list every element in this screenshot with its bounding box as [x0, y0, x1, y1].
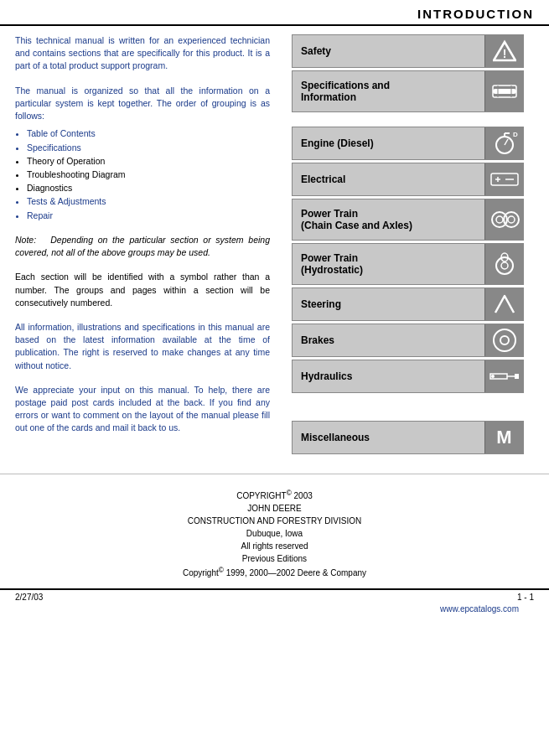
list-item: Troubleshooting Diagram: [27, 168, 270, 181]
svg-point-22: [494, 329, 515, 351]
section-hydraulics[interactable]: Hydraulics: [292, 360, 524, 393]
header: INTRODUCTION: [0, 0, 549, 26]
hydraulics-icon: [489, 368, 520, 385]
section-safety-icon: !: [484, 35, 523, 67]
section-specs-label: Specifications andInformation: [293, 71, 484, 111]
footer-date: 2/27/03: [15, 593, 43, 602]
para2-text: The manual is organized so that all the …: [15, 85, 270, 123]
svg-rect-2: [493, 89, 516, 94]
svg-point-19: [496, 257, 513, 274]
intro-para5: We appreciate your input on this manual.…: [15, 384, 270, 435]
main-content: This technical manual is written for an …: [0, 26, 549, 465]
section-powertrain-hydro[interactable]: Power Train(Hydrostatic): [292, 243, 524, 285]
section-powertrain-chain[interactable]: Power Train(Chain Case and Axles): [292, 199, 524, 241]
section-misc-label: Miscellaneous: [293, 422, 484, 453]
list-item: Repair: [27, 210, 270, 222]
note-block: Note: Depending on the particular sectio…: [15, 234, 270, 259]
note-text: Note: Depending on the particular sectio…: [15, 235, 270, 257]
copyright-line7: Copyright© 1999, 2000—2002 Deere & Compa…: [0, 565, 549, 579]
svg-rect-26: [515, 374, 519, 379]
copyright-line1: COPYRIGHT© 2003: [0, 488, 549, 502]
svg-text:D: D: [513, 131, 518, 138]
list-item: Tests & Adjustments: [27, 195, 270, 208]
para3-text: Each section will be identified with a s…: [15, 271, 270, 309]
copyright-line6: Previous Editions: [0, 552, 549, 565]
list-item: Table of Contents: [27, 127, 270, 140]
brakes-icon: [490, 326, 519, 355]
wrench-icon: [491, 81, 518, 101]
section-specs[interactable]: Specifications andInformation: [292, 70, 524, 112]
copyright-line4: Dubuque, Iowa: [0, 527, 549, 540]
svg-line-9: [505, 139, 508, 145]
svg-point-18: [508, 216, 515, 223]
list-item: Specifications: [27, 142, 270, 154]
right-column: Safety ! Specifications andInformation: [285, 26, 532, 465]
section-electrical-label: Electrical: [293, 163, 484, 195]
svg-point-16: [496, 216, 503, 223]
section-misc-icon: M: [484, 422, 523, 453]
steering-icon: [491, 293, 518, 316]
svg-rect-11: [491, 173, 518, 185]
para4-text: All information, illustrations and speci…: [15, 321, 270, 372]
svg-point-27: [491, 375, 495, 378]
footer-page: 1 - 1: [517, 593, 534, 602]
gear-chain-icon: [489, 205, 520, 235]
section-steering[interactable]: Steering: [292, 287, 524, 321]
section-powertrain-chain-icon: [484, 199, 523, 240]
para5-text: We appreciate your input on this manual.…: [15, 384, 270, 435]
section-engine-label: Engine (Diesel): [293, 127, 484, 159]
section-specs-icon: [484, 71, 523, 111]
section-powertrain-chain-label: Power Train(Chain Case and Axles): [293, 199, 484, 240]
section-safety-label: Safety: [293, 35, 484, 67]
section-engine-icon: D: [484, 127, 523, 159]
svg-point-20: [501, 262, 508, 269]
section-electrical-icon: [484, 163, 523, 195]
footer-url: www.epcatalogs.com: [15, 604, 534, 614]
left-column: This technical manual is written for an …: [0, 26, 285, 465]
section-brakes[interactable]: Brakes: [292, 324, 524, 357]
copyright-line2: JOHN DEERE: [0, 502, 549, 515]
svg-point-17: [504, 212, 519, 227]
section-misc[interactable]: Miscellaneous M: [292, 421, 524, 454]
section-steering-label: Steering: [293, 288, 484, 320]
copyright-block: COPYRIGHT© 2003 JOHN DEERE CONSTRUCTION …: [0, 479, 549, 585]
intro-para4: All information, illustrations and speci…: [15, 321, 270, 372]
para1-text: This technical manual is written for an …: [15, 34, 270, 73]
section-powertrain-hydro-label: Power Train(Hydrostatic): [293, 244, 484, 284]
section-steering-icon: [484, 288, 523, 320]
copyright-line5: All rights reserved: [0, 540, 549, 552]
svg-text:!: !: [502, 47, 506, 60]
superscript2: ©: [219, 566, 224, 574]
section-safety[interactable]: Safety !: [292, 34, 524, 68]
intro-para3: Each section will be identified with a s…: [15, 271, 270, 309]
engine-icon: D: [491, 130, 518, 157]
section-brakes-label: Brakes: [293, 324, 484, 356]
list-item: Diagnostics: [27, 182, 270, 194]
electrical-icon: [490, 171, 519, 188]
copyright-line3: CONSTRUCTION AND FORESTRY DIVISION: [0, 515, 549, 527]
footer-url-row: www.epcatalogs.com: [0, 604, 549, 617]
page-title: INTRODUCTION: [417, 7, 534, 21]
footer-row: 2/27/03 1 - 1: [0, 588, 549, 604]
section-electrical[interactable]: Electrical: [292, 163, 524, 196]
warning-icon: !: [493, 39, 516, 63]
hydrostatic-icon: [489, 249, 520, 279]
section-hydraulics-icon: [484, 360, 523, 392]
page: INTRODUCTION This technical manual is wr…: [0, 0, 549, 756]
superscript: ©: [287, 489, 292, 497]
section-hydraulics-label: Hydraulics: [293, 360, 484, 392]
svg-point-23: [500, 336, 509, 344]
intro-para1: This technical manual is written for an …: [15, 34, 270, 73]
section-list: Table of Contents Specifications Theory …: [27, 127, 270, 222]
list-item: Theory of Operation: [27, 155, 270, 168]
section-brakes-icon: [484, 324, 523, 356]
section-engine[interactable]: Engine (Diesel) D: [292, 127, 524, 160]
intro-para2: The manual is organized so that all the …: [15, 85, 270, 222]
section-powertrain-hydro-icon: [484, 244, 523, 284]
